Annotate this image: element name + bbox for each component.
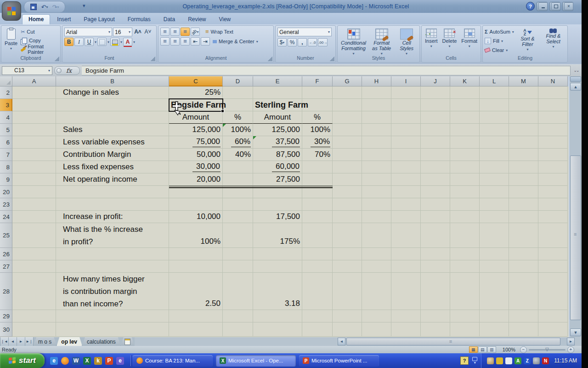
cell[interactable] [450, 173, 480, 186]
cell[interactable] [12, 86, 56, 99]
cell[interactable] [56, 99, 169, 111]
tray-icon-5[interactable]: Z [524, 357, 531, 364]
zoom-slider[interactable]: ▽ [529, 349, 565, 351]
cell[interactable] [362, 273, 391, 310]
cell[interactable] [421, 260, 450, 273]
cell[interactable]: 2.50 [169, 273, 223, 310]
cell[interactable] [391, 322, 421, 337]
row-header-28[interactable]: 28 [0, 273, 12, 310]
cell[interactable] [480, 99, 509, 111]
cell[interactable] [223, 161, 253, 173]
cell[interactable] [391, 198, 421, 211]
italic-button[interactable]: I [74, 38, 84, 46]
cell[interactable] [12, 198, 56, 211]
cell[interactable] [333, 248, 362, 260]
cell[interactable]: 25% [169, 86, 223, 99]
insert-worksheet-tab[interactable] [121, 337, 135, 346]
cell[interactable] [480, 248, 509, 260]
ie-icon[interactable]: e [50, 357, 58, 365]
cell[interactable] [450, 248, 480, 260]
align-top-button[interactable]: ≡ [160, 28, 170, 36]
row-header-20[interactable]: 20 [0, 186, 12, 198]
cell[interactable] [12, 173, 56, 186]
vertical-scroll-thumb[interactable] [570, 155, 581, 320]
cell[interactable] [12, 248, 56, 260]
row-header-24[interactable]: 24 [0, 211, 12, 223]
cell[interactable] [480, 111, 509, 124]
workbook-minimize-button[interactable] [538, 2, 548, 10]
cell[interactable] [538, 124, 568, 136]
cell[interactable] [538, 322, 568, 337]
cell[interactable] [302, 273, 333, 310]
cell[interactable] [56, 260, 169, 273]
cell[interactable] [538, 86, 568, 99]
cell[interactable] [509, 186, 538, 198]
cell[interactable] [391, 223, 421, 248]
workbook-close-button[interactable]: × [564, 2, 573, 10]
sort-filter-button[interactable]: AZ Sort & Filter▾ [516, 28, 539, 54]
cell[interactable] [480, 186, 509, 198]
app-icon[interactable]: e [116, 357, 124, 365]
cell[interactable] [12, 136, 56, 149]
cell[interactable] [450, 111, 480, 124]
first-sheet-button[interactable]: ❘◄ [0, 337, 9, 346]
cell[interactable] [450, 211, 480, 223]
row-header-2[interactable]: 2 [0, 86, 12, 99]
cell[interactable] [480, 149, 509, 161]
currency-format-button[interactable]: $▾ [277, 38, 287, 46]
font-dialog-launcher[interactable] [151, 57, 155, 61]
cell[interactable] [362, 161, 391, 173]
cell[interactable]: 60% [223, 136, 253, 149]
row-header-23[interactable]: 23 [0, 198, 12, 211]
increase-decimal-button[interactable]: ←.0 [308, 38, 317, 46]
formula-bar-content[interactable]: Bogside Farm [82, 66, 571, 75]
cell-styles-button[interactable]: Cell Styles▾ [396, 28, 418, 58]
zoom-slider-thumb[interactable]: ▽ [545, 347, 549, 352]
column-header-G[interactable]: G [333, 76, 362, 86]
underline-button[interactable]: U [85, 38, 94, 46]
horizontal-scroll-thumb[interactable] [346, 338, 560, 345]
cell[interactable] [56, 111, 169, 124]
cell[interactable] [362, 173, 391, 186]
cell[interactable] [450, 260, 480, 273]
insert-cells-button[interactable]: ←▪ Insert▾ [424, 28, 439, 50]
scroll-right-button[interactable]: ► [567, 338, 575, 345]
sheet-tab-op-lev[interactable]: op lev [57, 337, 82, 346]
cell[interactable] [450, 186, 480, 198]
cell[interactable]: 100% [223, 124, 253, 136]
cell[interactable] [362, 149, 391, 161]
taskbar-button-firefox[interactable]: Course: BA 213: Man... [133, 355, 213, 367]
cell[interactable] [538, 161, 568, 173]
orientation-button[interactable]: ab▾ [191, 28, 200, 36]
cell[interactable] [421, 173, 450, 186]
cell[interactable] [391, 273, 421, 310]
cell[interactable] [223, 223, 253, 248]
cell[interactable] [362, 136, 391, 149]
undo-button[interactable]: ↶▾ [40, 3, 49, 11]
column-header-A[interactable]: A [12, 76, 56, 86]
cell[interactable] [12, 260, 56, 273]
cell[interactable] [362, 211, 391, 223]
cell[interactable]: Sales [56, 124, 169, 136]
tray-icon-7[interactable]: N [542, 357, 549, 364]
zoom-level[interactable]: 100% [503, 347, 515, 352]
redo-button[interactable]: ↷▾ [51, 3, 60, 11]
cell[interactable] [391, 310, 421, 322]
cell[interactable] [302, 173, 333, 186]
cell[interactable] [509, 149, 538, 161]
cell[interactable] [538, 310, 568, 322]
cell[interactable]: 75,000 [169, 136, 223, 149]
cell[interactable] [450, 223, 480, 248]
cell[interactable] [169, 260, 223, 273]
cell[interactable] [223, 198, 253, 211]
cell[interactable] [480, 173, 509, 186]
align-left-button[interactable]: ≡ [160, 37, 170, 46]
cell[interactable]: 125,000 [253, 124, 302, 136]
word-icon[interactable]: W [72, 357, 80, 365]
cell[interactable] [421, 198, 450, 211]
next-sheet-button[interactable]: ► [17, 337, 25, 346]
cell[interactable] [509, 111, 538, 124]
powerpoint-icon[interactable]: P [105, 357, 113, 365]
cell[interactable] [450, 86, 480, 99]
cell[interactable]: Increase in profit: [56, 211, 169, 223]
